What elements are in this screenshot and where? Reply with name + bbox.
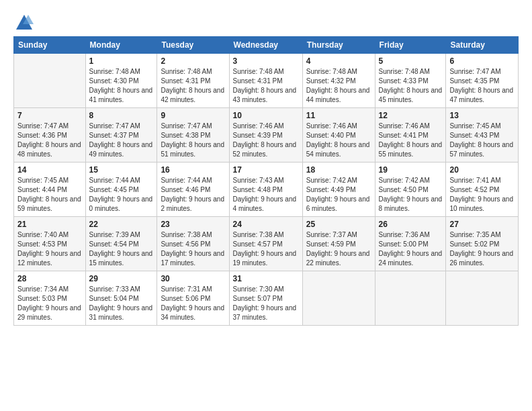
calendar-cell: 12 Sunrise: 7:46 AMSunset: 4:41 PMDaylig…: [375, 108, 446, 163]
day-number: 23: [161, 220, 225, 229]
calendar-cell: 9 Sunrise: 7:47 AMSunset: 4:38 PMDayligh…: [157, 108, 229, 163]
day-info: Sunrise: 7:42 AMSunset: 4:50 PMDaylight:…: [379, 177, 443, 212]
calendar-cell: 15 Sunrise: 7:44 AMSunset: 4:45 PMDaylig…: [85, 163, 157, 217]
page: SundayMondayTuesdayWednesdayThursdayFrid…: [0, 0, 532, 411]
day-info: Sunrise: 7:47 AMSunset: 4:35 PMDaylight:…: [449, 68, 513, 103]
day-info: Sunrise: 7:45 AMSunset: 4:44 PMDaylight:…: [17, 177, 81, 212]
day-info: Sunrise: 7:46 AMSunset: 4:40 PMDaylight:…: [306, 122, 370, 158]
calendar-cell: 6 Sunrise: 7:47 AMSunset: 4:35 PMDayligh…: [446, 54, 519, 108]
calendar-cell: 25 Sunrise: 7:37 AMSunset: 4:59 PMDaylig…: [302, 217, 375, 271]
calendar-cell: 1 Sunrise: 7:48 AMSunset: 4:30 PMDayligh…: [85, 54, 157, 108]
day-number: 2: [161, 56, 225, 66]
day-info: Sunrise: 7:47 AMSunset: 4:37 PMDaylight:…: [89, 122, 153, 158]
calendar-cell: 14 Sunrise: 7:45 AMSunset: 4:44 PMDaylig…: [14, 163, 86, 217]
day-info: Sunrise: 7:45 AMSunset: 4:43 PMDaylight:…: [449, 122, 513, 158]
day-info: Sunrise: 7:48 AMSunset: 4:33 PMDaylight:…: [379, 68, 443, 103]
calendar-week-row: 14 Sunrise: 7:45 AMSunset: 4:44 PMDaylig…: [14, 163, 519, 217]
day-info: Sunrise: 7:31 AMSunset: 5:06 PMDaylight:…: [161, 285, 224, 321]
day-number: 30: [161, 274, 225, 283]
calendar-cell: 29 Sunrise: 7:33 AMSunset: 5:04 PMDaylig…: [85, 271, 157, 326]
weekday-header: Friday: [375, 37, 446, 54]
day-info: Sunrise: 7:34 AMSunset: 5:03 PMDaylight:…: [17, 285, 81, 321]
day-number: 29: [89, 274, 154, 283]
calendar-cell: 11 Sunrise: 7:46 AMSunset: 4:40 PMDaylig…: [302, 108, 375, 163]
weekday-header: Wednesday: [229, 37, 302, 54]
calendar-cell: 20 Sunrise: 7:41 AMSunset: 4:52 PMDaylig…: [446, 163, 519, 217]
day-info: Sunrise: 7:48 AMSunset: 4:30 PMDaylight:…: [89, 68, 153, 103]
day-info: Sunrise: 7:43 AMSunset: 4:48 PMDaylight:…: [233, 177, 297, 212]
calendar-week-row: 21 Sunrise: 7:40 AMSunset: 4:53 PMDaylig…: [14, 217, 519, 271]
calendar-cell: 26 Sunrise: 7:36 AMSunset: 5:00 PMDaylig…: [375, 217, 446, 271]
calendar-header-row: SundayMondayTuesdayWednesdayThursdayFrid…: [14, 37, 519, 54]
weekday-header: Tuesday: [157, 37, 229, 54]
header: [13, 13, 519, 30]
day-number: 13: [449, 111, 515, 120]
day-info: Sunrise: 7:40 AMSunset: 4:53 PMDaylight:…: [17, 231, 81, 267]
day-info: Sunrise: 7:30 AMSunset: 5:07 PMDaylight:…: [233, 285, 297, 321]
day-number: 20: [449, 165, 515, 175]
day-number: 12: [379, 111, 443, 120]
day-number: 21: [17, 220, 82, 229]
calendar-cell: [302, 271, 375, 326]
day-info: Sunrise: 7:48 AMSunset: 4:32 PMDaylight:…: [306, 68, 370, 103]
day-number: 7: [17, 111, 82, 120]
day-info: Sunrise: 7:46 AMSunset: 4:39 PMDaylight:…: [233, 122, 297, 158]
weekday-header: Monday: [85, 37, 157, 54]
calendar-week-row: 28 Sunrise: 7:34 AMSunset: 5:03 PMDaylig…: [14, 271, 519, 326]
day-info: Sunrise: 7:48 AMSunset: 4:31 PMDaylight:…: [161, 68, 224, 103]
calendar-week-row: 7 Sunrise: 7:47 AMSunset: 4:36 PMDayligh…: [14, 108, 519, 163]
calendar-cell: 2 Sunrise: 7:48 AMSunset: 4:31 PMDayligh…: [157, 54, 229, 108]
day-info: Sunrise: 7:48 AMSunset: 4:31 PMDaylight:…: [233, 68, 297, 103]
calendar-cell: 28 Sunrise: 7:34 AMSunset: 5:03 PMDaylig…: [14, 271, 86, 326]
day-number: 26: [379, 220, 443, 229]
day-number: 4: [306, 56, 371, 66]
day-number: 11: [306, 111, 371, 120]
calendar-cell: [14, 54, 86, 108]
calendar-cell: 21 Sunrise: 7:40 AMSunset: 4:53 PMDaylig…: [14, 217, 86, 271]
calendar-cell: 31 Sunrise: 7:30 AMSunset: 5:07 PMDaylig…: [229, 271, 302, 326]
day-info: Sunrise: 7:42 AMSunset: 4:49 PMDaylight:…: [306, 177, 370, 212]
weekday-header: Sunday: [14, 37, 86, 54]
day-info: Sunrise: 7:35 AMSunset: 5:02 PMDaylight:…: [449, 231, 513, 267]
day-number: 9: [161, 111, 225, 120]
calendar-cell: 3 Sunrise: 7:48 AMSunset: 4:31 PMDayligh…: [229, 54, 302, 108]
calendar-cell: 10 Sunrise: 7:46 AMSunset: 4:39 PMDaylig…: [229, 108, 302, 163]
day-number: 6: [449, 56, 515, 66]
calendar-cell: 30 Sunrise: 7:31 AMSunset: 5:06 PMDaylig…: [157, 271, 229, 326]
day-number: 27: [449, 220, 515, 229]
day-number: 25: [306, 220, 371, 229]
day-info: Sunrise: 7:41 AMSunset: 4:52 PMDaylight:…: [449, 177, 513, 212]
day-number: 16: [161, 165, 225, 175]
calendar-cell: [446, 271, 519, 326]
day-number: 19: [379, 165, 443, 175]
day-info: Sunrise: 7:37 AMSunset: 4:59 PMDaylight:…: [306, 231, 370, 267]
day-info: Sunrise: 7:38 AMSunset: 4:57 PMDaylight:…: [233, 231, 297, 267]
calendar-cell: 5 Sunrise: 7:48 AMSunset: 4:33 PMDayligh…: [375, 54, 446, 108]
day-number: 8: [89, 111, 154, 120]
day-number: 28: [17, 274, 82, 283]
logo-icon: [15, 13, 34, 32]
calendar-cell: 8 Sunrise: 7:47 AMSunset: 4:37 PMDayligh…: [85, 108, 157, 163]
day-number: 3: [233, 56, 299, 66]
day-number: 15: [89, 165, 154, 175]
calendar-cell: 7 Sunrise: 7:47 AMSunset: 4:36 PMDayligh…: [14, 108, 86, 163]
day-info: Sunrise: 7:36 AMSunset: 5:00 PMDaylight:…: [379, 231, 443, 267]
weekday-header: Thursday: [302, 37, 375, 54]
day-number: 24: [233, 220, 299, 229]
day-number: 22: [89, 220, 154, 229]
calendar-cell: 19 Sunrise: 7:42 AMSunset: 4:50 PMDaylig…: [375, 163, 446, 217]
weekday-header: Saturday: [446, 37, 519, 54]
day-info: Sunrise: 7:33 AMSunset: 5:04 PMDaylight:…: [89, 285, 153, 321]
calendar-cell: 24 Sunrise: 7:38 AMSunset: 4:57 PMDaylig…: [229, 217, 302, 271]
day-number: 17: [233, 165, 299, 175]
logo: [13, 13, 34, 30]
day-info: Sunrise: 7:38 AMSunset: 4:56 PMDaylight:…: [161, 231, 224, 267]
calendar-cell: 16 Sunrise: 7:44 AMSunset: 4:46 PMDaylig…: [157, 163, 229, 217]
calendar-cell: 17 Sunrise: 7:43 AMSunset: 4:48 PMDaylig…: [229, 163, 302, 217]
calendar-cell: 23 Sunrise: 7:38 AMSunset: 4:56 PMDaylig…: [157, 217, 229, 271]
day-info: Sunrise: 7:46 AMSunset: 4:41 PMDaylight:…: [379, 122, 443, 158]
calendar-week-row: 1 Sunrise: 7:48 AMSunset: 4:30 PMDayligh…: [14, 54, 519, 108]
day-info: Sunrise: 7:44 AMSunset: 4:45 PMDaylight:…: [89, 177, 153, 212]
day-number: 1: [89, 56, 154, 66]
day-number: 18: [306, 165, 371, 175]
